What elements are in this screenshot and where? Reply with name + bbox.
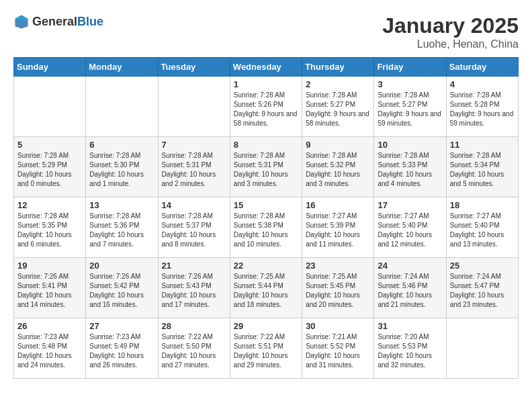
day-number: 31	[378, 321, 442, 331]
day-info: Sunrise: 7:27 AMSunset: 5:39 PMDaylight:…	[306, 212, 370, 249]
calendar-week-1: 1Sunrise: 7:28 AMSunset: 5:26 PMDaylight…	[14, 77, 519, 137]
calendar-cell: 5Sunrise: 7:28 AMSunset: 5:29 PMDaylight…	[14, 137, 86, 197]
weekday-header-sunday: Sunday	[14, 58, 86, 77]
calendar-cell: 4Sunrise: 7:28 AMSunset: 5:28 PMDaylight…	[446, 77, 518, 137]
day-info: Sunrise: 7:28 AMSunset: 5:32 PMDaylight:…	[306, 151, 370, 189]
day-info: Sunrise: 7:22 AMSunset: 5:50 PMDaylight:…	[162, 332, 226, 370]
day-info: Sunrise: 7:23 AMSunset: 5:48 PMDaylight:…	[17, 332, 82, 370]
day-number: 29	[234, 321, 298, 331]
day-info: Sunrise: 7:22 AMSunset: 5:51 PMDaylight:…	[234, 332, 298, 370]
calendar-cell: 30Sunrise: 7:21 AMSunset: 5:52 PMDayligh…	[302, 318, 374, 379]
day-number: 20	[89, 261, 154, 271]
day-info: Sunrise: 7:28 AMSunset: 5:27 PMDaylight:…	[306, 91, 370, 128]
day-number: 19	[17, 261, 82, 271]
day-info: Sunrise: 7:28 AMSunset: 5:38 PMDaylight:…	[234, 212, 298, 249]
calendar-cell: 8Sunrise: 7:28 AMSunset: 5:31 PMDaylight…	[230, 137, 302, 197]
title-block: January 2025 Luohe, Henan, China	[382, 13, 519, 50]
calendar-cell	[86, 77, 158, 137]
logo-blue: Blue	[77, 15, 103, 28]
day-info: Sunrise: 7:24 AMSunset: 5:47 PMDaylight:…	[450, 272, 515, 310]
day-number: 2	[306, 79, 370, 89]
calendar-cell: 6Sunrise: 7:28 AMSunset: 5:30 PMDaylight…	[86, 137, 158, 197]
day-number: 14	[162, 200, 226, 210]
calendar-cell: 20Sunrise: 7:26 AMSunset: 5:42 PMDayligh…	[86, 258, 158, 318]
weekday-header-wednesday: Wednesday	[230, 58, 302, 77]
day-info: Sunrise: 7:26 AMSunset: 5:41 PMDaylight:…	[17, 272, 82, 310]
calendar-cell: 16Sunrise: 7:27 AMSunset: 5:39 PMDayligh…	[302, 197, 374, 258]
calendar-cell: 24Sunrise: 7:24 AMSunset: 5:46 PMDayligh…	[374, 258, 446, 318]
calendar-cell: 2Sunrise: 7:28 AMSunset: 5:27 PMDaylight…	[302, 77, 374, 137]
calendar-cell: 22Sunrise: 7:25 AMSunset: 5:44 PMDayligh…	[230, 258, 302, 318]
calendar-week-3: 12Sunrise: 7:28 AMSunset: 5:35 PMDayligh…	[14, 197, 519, 258]
day-info: Sunrise: 7:26 AMSunset: 5:42 PMDaylight:…	[89, 272, 154, 310]
page-header: GeneralBlue January 2025 Luohe, Henan, C…	[13, 13, 519, 50]
day-number: 30	[306, 321, 370, 331]
weekday-header-saturday: Saturday	[446, 58, 518, 77]
weekday-header-row: SundayMondayTuesdayWednesdayThursdayFrid…	[14, 58, 519, 77]
day-number: 6	[89, 140, 154, 150]
day-number: 15	[234, 200, 298, 210]
logo-icon	[13, 13, 30, 30]
calendar-cell: 18Sunrise: 7:27 AMSunset: 5:40 PMDayligh…	[446, 197, 518, 258]
day-info: Sunrise: 7:25 AMSunset: 5:45 PMDaylight:…	[306, 272, 370, 310]
calendar-cell: 17Sunrise: 7:27 AMSunset: 5:40 PMDayligh…	[374, 197, 446, 258]
calendar-cell: 3Sunrise: 7:28 AMSunset: 5:27 PMDaylight…	[374, 77, 446, 137]
day-info: Sunrise: 7:28 AMSunset: 5:28 PMDaylight:…	[450, 91, 515, 128]
day-info: Sunrise: 7:25 AMSunset: 5:44 PMDaylight:…	[234, 272, 298, 310]
weekday-header-tuesday: Tuesday	[158, 58, 230, 77]
day-number: 17	[378, 200, 442, 210]
day-info: Sunrise: 7:26 AMSunset: 5:43 PMDaylight:…	[162, 272, 226, 310]
day-number: 11	[450, 140, 515, 150]
calendar-cell: 23Sunrise: 7:25 AMSunset: 5:45 PMDayligh…	[302, 258, 374, 318]
calendar-cell: 11Sunrise: 7:28 AMSunset: 5:34 PMDayligh…	[446, 137, 518, 197]
day-number: 18	[450, 200, 515, 210]
calendar-cell: 14Sunrise: 7:28 AMSunset: 5:37 PMDayligh…	[158, 197, 230, 258]
day-info: Sunrise: 7:23 AMSunset: 5:49 PMDaylight:…	[89, 332, 154, 370]
day-number: 27	[89, 321, 154, 331]
calendar-cell: 21Sunrise: 7:26 AMSunset: 5:43 PMDayligh…	[158, 258, 230, 318]
day-number: 7	[162, 140, 226, 150]
calendar-week-5: 26Sunrise: 7:23 AMSunset: 5:48 PMDayligh…	[14, 318, 519, 379]
day-number: 25	[450, 261, 515, 271]
calendar-table: SundayMondayTuesdayWednesdayThursdayFrid…	[13, 57, 519, 379]
day-info: Sunrise: 7:28 AMSunset: 5:31 PMDaylight:…	[234, 151, 298, 189]
calendar-week-4: 19Sunrise: 7:26 AMSunset: 5:41 PMDayligh…	[14, 258, 519, 318]
calendar-cell: 28Sunrise: 7:22 AMSunset: 5:50 PMDayligh…	[158, 318, 230, 379]
logo: GeneralBlue	[13, 13, 103, 30]
day-info: Sunrise: 7:28 AMSunset: 5:31 PMDaylight:…	[162, 151, 226, 189]
calendar-cell	[14, 77, 86, 137]
weekday-header-monday: Monday	[86, 58, 158, 77]
day-number: 21	[162, 261, 226, 271]
calendar-cell	[446, 318, 518, 379]
calendar-week-2: 5Sunrise: 7:28 AMSunset: 5:29 PMDaylight…	[14, 137, 519, 197]
day-number: 13	[89, 200, 154, 210]
day-number: 16	[306, 200, 370, 210]
calendar-cell: 15Sunrise: 7:28 AMSunset: 5:38 PMDayligh…	[230, 197, 302, 258]
logo-text: GeneralBlue	[32, 15, 103, 29]
day-info: Sunrise: 7:27 AMSunset: 5:40 PMDaylight:…	[378, 212, 442, 249]
weekday-header-friday: Friday	[374, 58, 446, 77]
day-info: Sunrise: 7:20 AMSunset: 5:53 PMDaylight:…	[378, 332, 442, 370]
calendar-cell: 9Sunrise: 7:28 AMSunset: 5:32 PMDaylight…	[302, 137, 374, 197]
calendar-cell: 7Sunrise: 7:28 AMSunset: 5:31 PMDaylight…	[158, 137, 230, 197]
day-info: Sunrise: 7:28 AMSunset: 5:37 PMDaylight:…	[162, 212, 226, 249]
day-info: Sunrise: 7:28 AMSunset: 5:30 PMDaylight:…	[89, 151, 154, 189]
weekday-header-thursday: Thursday	[302, 58, 374, 77]
calendar-cell	[158, 77, 230, 137]
day-info: Sunrise: 7:28 AMSunset: 5:27 PMDaylight:…	[378, 91, 442, 128]
calendar-cell: 19Sunrise: 7:26 AMSunset: 5:41 PMDayligh…	[14, 258, 86, 318]
day-info: Sunrise: 7:28 AMSunset: 5:26 PMDaylight:…	[234, 91, 298, 128]
day-info: Sunrise: 7:28 AMSunset: 5:29 PMDaylight:…	[17, 151, 82, 189]
day-number: 26	[17, 321, 82, 331]
day-number: 1	[234, 79, 298, 89]
calendar-cell: 26Sunrise: 7:23 AMSunset: 5:48 PMDayligh…	[14, 318, 86, 379]
day-info: Sunrise: 7:28 AMSunset: 5:33 PMDaylight:…	[378, 151, 442, 189]
calendar-cell: 13Sunrise: 7:28 AMSunset: 5:36 PMDayligh…	[86, 197, 158, 258]
day-number: 12	[17, 200, 82, 210]
day-number: 23	[306, 261, 370, 271]
calendar-cell: 10Sunrise: 7:28 AMSunset: 5:33 PMDayligh…	[374, 137, 446, 197]
day-info: Sunrise: 7:28 AMSunset: 5:35 PMDaylight:…	[17, 212, 82, 249]
calendar-cell: 25Sunrise: 7:24 AMSunset: 5:47 PMDayligh…	[446, 258, 518, 318]
day-number: 5	[17, 140, 82, 150]
day-number: 8	[234, 140, 298, 150]
